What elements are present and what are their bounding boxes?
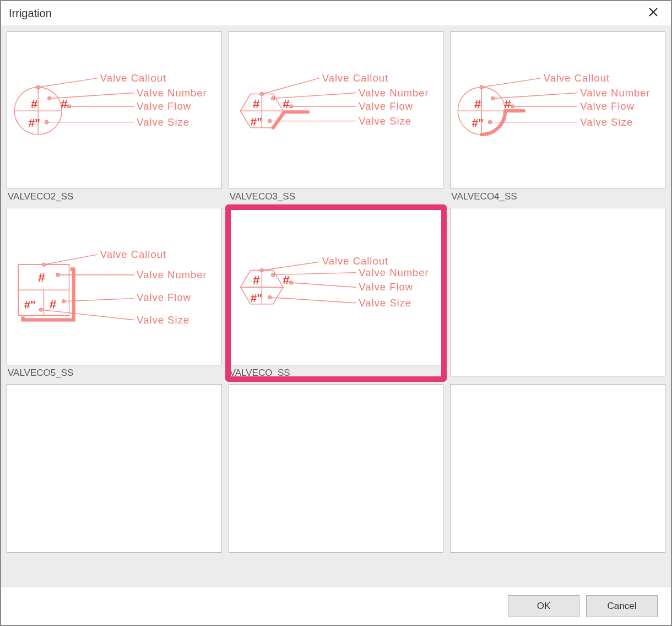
svg-point-30 xyxy=(271,97,274,100)
thumbnail-preview: # # #" Valve Callout Valve Number Valve … xyxy=(7,31,222,189)
svg-point-9 xyxy=(36,85,40,89)
svg-text:#": #" xyxy=(472,116,484,129)
svg-line-45 xyxy=(482,78,541,87)
svg-text:Valve  Callout: Valve Callout xyxy=(544,72,610,84)
svg-point-15 xyxy=(67,105,71,108)
svg-text:#: # xyxy=(283,97,290,111)
thumbnail-caption xyxy=(229,553,444,555)
thumbnail-preview xyxy=(450,208,665,376)
thumbnail-grid: # # #" Valve Callout Valve Number Valve … xyxy=(7,31,665,555)
thumbnail-preview: # # #" Valve Callout Valve Number Valve … xyxy=(229,31,444,189)
svg-text:#: # xyxy=(38,271,45,284)
svg-text:Valve  Number: Valve Number xyxy=(137,87,207,99)
svg-point-67 xyxy=(42,263,45,266)
svg-point-73 xyxy=(62,300,65,303)
svg-text:#": #" xyxy=(251,115,262,128)
svg-text:Valve  Flow: Valve Flow xyxy=(359,100,413,112)
thumbnail-caption xyxy=(450,553,665,555)
thumbnail-item[interactable]: # # #" Valve Callout Valve Number Valve … xyxy=(450,31,665,202)
svg-text:Valve  Number: Valve Number xyxy=(359,87,429,99)
svg-text:Valve  Size: Valve Size xyxy=(359,297,411,309)
svg-text:Valve  Flow: Valve Flow xyxy=(359,281,413,293)
close-button[interactable] xyxy=(643,4,663,22)
thumbnail-item[interactable]: # # #" Valve Callout Valve Number Valve … xyxy=(229,31,444,202)
svg-text:Valve  Number: Valve Number xyxy=(359,267,429,278)
svg-text:Valve  Flow: Valve Flow xyxy=(137,292,191,303)
svg-point-76 xyxy=(39,308,42,311)
svg-text:#": #" xyxy=(29,116,40,129)
close-icon xyxy=(648,7,659,18)
svg-text:#": #" xyxy=(24,298,36,311)
svg-text:Valve  Number: Valve Number xyxy=(581,87,651,99)
thumbnail-item[interactable] xyxy=(450,384,665,555)
dialog-footer: OK Cancel xyxy=(1,587,671,625)
svg-line-8 xyxy=(38,78,97,87)
svg-text:Valve  Callout: Valve Callout xyxy=(322,72,388,84)
svg-text:#: # xyxy=(50,298,57,311)
svg-text:#: # xyxy=(253,273,260,287)
thumbnail-caption: VALVECO2_SS xyxy=(7,189,222,202)
thumbnail-item[interactable]: # # #" Valve Callout Valve Number Valve … xyxy=(7,31,222,202)
thumbnail-caption: VALVECO3_SS xyxy=(229,189,444,202)
thumbnail-item[interactable] xyxy=(7,384,222,555)
svg-text:#: # xyxy=(283,273,290,287)
svg-text:#: # xyxy=(31,97,38,111)
thumbnail-item[interactable]: # #" # Valve Callout Valve Number Valve … xyxy=(7,208,222,379)
thumbnail-caption: VALVECO5_SS xyxy=(7,365,222,379)
svg-point-33 xyxy=(289,105,292,108)
cancel-button[interactable]: Cancel xyxy=(586,595,658,617)
thumbnail-preview xyxy=(7,384,222,553)
svg-line-26 xyxy=(262,78,319,94)
svg-point-85 xyxy=(260,268,263,272)
svg-text:#: # xyxy=(253,97,260,111)
thumbnail-caption xyxy=(450,376,665,379)
thumbnail-caption xyxy=(7,553,222,555)
thumbnail-item-selected[interactable]: # # #" Valve Callout Valve Number Valve … xyxy=(229,208,444,379)
thumbnail-preview: # # #" Valve Callout Valve Number Valve … xyxy=(229,208,444,365)
dialog-title: Irrigation xyxy=(9,7,52,20)
thumbnail-caption: VALVECO_SS xyxy=(229,365,444,379)
thumbnail-preview: # #" # Valve Callout Valve Number Valve … xyxy=(7,208,222,365)
ok-button[interactable]: OK xyxy=(508,595,579,617)
svg-text:Valve  Flow: Valve Flow xyxy=(137,100,191,112)
svg-line-90 xyxy=(291,283,356,287)
svg-text:#: # xyxy=(61,97,68,111)
thumbnail-preview xyxy=(450,384,665,553)
svg-line-84 xyxy=(262,262,319,270)
svg-point-18 xyxy=(45,121,48,124)
svg-text:#": #" xyxy=(251,292,262,304)
svg-point-36 xyxy=(268,120,271,123)
svg-text:Valve  Size: Valve Size xyxy=(359,115,411,127)
svg-point-94 xyxy=(268,296,271,299)
svg-text:#: # xyxy=(474,97,481,111)
svg-point-12 xyxy=(48,97,51,100)
thumbnail-item[interactable] xyxy=(229,384,444,555)
svg-text:Valve  Callout: Valve Callout xyxy=(100,249,166,260)
svg-line-29 xyxy=(273,93,355,98)
svg-point-27 xyxy=(260,92,263,95)
svg-text:#: # xyxy=(504,97,511,111)
content-area: # # #" Valve Callout Valve Number Valve … xyxy=(1,26,671,587)
svg-text:Valve  Number: Valve Number xyxy=(137,269,207,280)
svg-line-93 xyxy=(269,298,355,303)
svg-text:Valve  Flow: Valve Flow xyxy=(581,100,635,112)
svg-point-88 xyxy=(271,273,274,277)
svg-point-49 xyxy=(491,97,495,100)
svg-text:Valve  Size: Valve Size xyxy=(581,116,633,128)
svg-line-48 xyxy=(493,93,577,98)
irrigation-dialog: Irrigation # # #" xyxy=(0,0,672,626)
svg-point-52 xyxy=(511,105,514,108)
thumbnail-preview: # # #" Valve Callout Valve Number Valve … xyxy=(450,31,665,189)
thumbnail-preview xyxy=(229,384,444,553)
svg-line-11 xyxy=(50,93,134,98)
svg-line-66 xyxy=(44,255,97,265)
svg-point-70 xyxy=(56,273,59,277)
thumbnail-item[interactable] xyxy=(450,208,665,379)
svg-text:Valve  Size: Valve Size xyxy=(137,314,189,326)
svg-point-46 xyxy=(480,85,484,89)
svg-point-55 xyxy=(489,121,492,124)
svg-text:Valve  Callout: Valve Callout xyxy=(100,72,166,84)
thumbnail-caption: VALVECO4_SS xyxy=(450,189,665,202)
titlebar: Irrigation xyxy=(1,1,671,26)
svg-point-91 xyxy=(289,281,292,284)
